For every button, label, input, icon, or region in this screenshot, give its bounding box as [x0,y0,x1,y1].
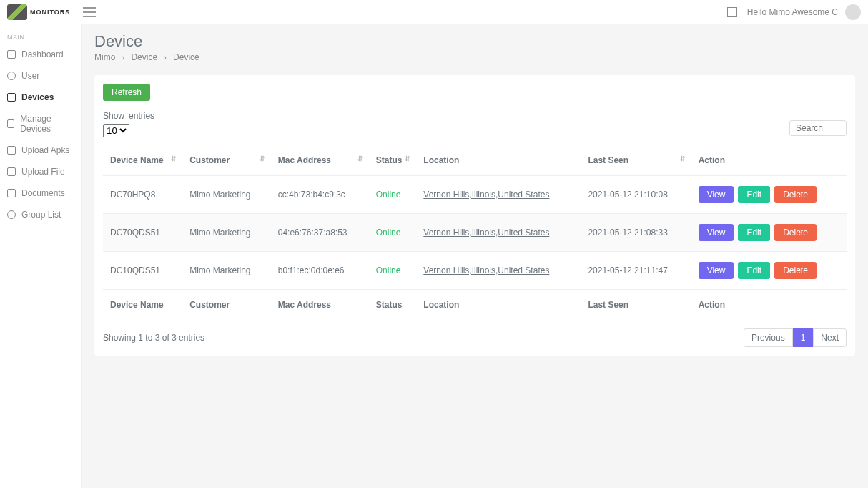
col-customer[interactable]: Customer [182,145,271,176]
file-icon [7,167,16,176]
table-row: DC70HPQ8Mimo Marketingcc:4b:73:b4:c9:3cO… [103,176,847,214]
cell-mac: b0:f1:ec:0d:0e:e6 [271,252,369,290]
col-device-name[interactable]: Device Name [103,145,182,176]
cell-customer: Mimo Marketing [182,176,271,214]
logo: MONITORS [7,4,70,20]
phone-icon [7,93,16,102]
sidebar-item-upload-apks[interactable]: Upload Apks [0,140,81,161]
table-row: DC70QDS51Mimo Marketing04:e6:76:37:a8:53… [103,214,847,252]
status-badge: Online [376,265,401,275]
cell-device-name: DC10QDS51 [103,252,182,290]
avatar[interactable] [845,4,861,20]
menu-toggle-icon[interactable] [83,7,96,17]
cell-mac: 04:e6:76:37:a8:53 [271,214,369,252]
users-icon [7,210,16,219]
cell-customer: Mimo Marketing [182,252,271,290]
location-link[interactable]: Vernon Hills,Illinois,United States [423,265,549,275]
cell-last-seen: 2021-05-12 21:10:08 [581,176,691,214]
table-row: DC10QDS51Mimo Marketingb0:f1:ec:0d:0e:e6… [103,252,847,290]
location-link[interactable]: Vernon Hills,Illinois,United States [423,228,549,238]
sidebar-section-header: MAIN [0,31,81,44]
cell-device-name: DC70HPQ8 [103,176,182,214]
cell-device-name: DC70QDS51 [103,214,182,252]
sidebar: MAIN Dashboard User Devices Manage Devic… [0,24,82,488]
sidebar-item-dashboard[interactable]: Dashboard [0,44,81,65]
sidebar-item-group-list[interactable]: Group List [0,204,81,225]
footer-col-status: Status [369,290,417,321]
edit-button[interactable]: Edit [738,224,770,241]
layers-icon [7,119,14,128]
breadcrumb-link-mimo[interactable]: Mimo [94,52,115,62]
view-button[interactable]: View [699,224,734,241]
chevron-right-icon: › [164,54,166,62]
showing-text: Showing 1 to 3 of 3 entries [103,333,204,343]
col-location[interactable]: Location [416,145,581,176]
page-title: Device [94,32,855,51]
show-label: Show [103,111,124,121]
sidebar-item-label: User [21,71,39,81]
cell-last-seen: 2021-05-12 21:11:47 [581,252,691,290]
user-icon [7,72,16,80]
delete-button[interactable]: Delete [774,186,817,203]
col-mac[interactable]: Mac Address [271,145,369,176]
col-status[interactable]: Status [369,145,417,176]
cell-action: ViewEditDelete [691,252,847,290]
breadcrumb: Mimo › Device › Device [94,52,855,62]
sidebar-item-user[interactable]: User [0,65,81,87]
sidebar-item-label: Dashboard [21,49,64,59]
chevron-right-icon: › [122,54,124,62]
refresh-button[interactable]: Refresh [103,84,150,101]
cell-status: Online [369,176,417,214]
cell-action: ViewEditDelete [691,214,847,252]
sidebar-item-label: Manage Devices [20,114,74,134]
sidebar-item-label: Upload File [21,167,65,177]
grid-icon [7,50,16,59]
sidebar-item-upload-file[interactable]: Upload File [0,161,81,182]
document-icon [7,189,16,197]
file-icon [7,146,16,155]
footer-col-customer: Customer [182,290,271,321]
footer-col-last-seen: Last Seen [581,290,691,321]
cell-action: ViewEditDelete [691,176,847,214]
device-card: Refresh Show entries 10 Device Name Cust… [94,75,855,356]
cell-customer: Mimo Marketing [182,214,271,252]
cell-status: Online [369,252,417,290]
col-last-seen[interactable]: Last Seen [581,145,691,176]
breadcrumb-current: Device [173,52,199,62]
entries-label: entries [129,111,154,121]
prev-button[interactable]: Previous [744,328,793,347]
sidebar-item-label: Devices [21,92,54,102]
footer-col-location: Location [416,290,581,321]
sidebar-item-label: Upload Apks [21,145,69,155]
breadcrumb-link-device[interactable]: Device [131,52,157,62]
cell-last-seen: 2021-05-12 21:08:33 [581,214,691,252]
cell-status: Online [369,214,417,252]
status-badge: Online [376,228,401,238]
next-button[interactable]: Next [813,328,847,347]
view-button[interactable]: View [699,186,734,203]
page-button-1[interactable]: 1 [793,328,814,347]
fullscreen-icon[interactable] [727,7,737,17]
sidebar-item-label: Documents [21,188,65,198]
sidebar-item-label: Group List [21,210,61,220]
col-action: Action [691,145,847,176]
footer-col-device-name: Device Name [103,290,182,321]
cell-mac: cc:4b:73:b4:c9:3c [271,176,369,214]
page-size-select[interactable]: 10 [103,124,129,137]
sidebar-item-documents[interactable]: Documents [0,182,81,204]
delete-button[interactable]: Delete [774,224,817,241]
logo-mark-icon [7,4,27,20]
delete-button[interactable]: Delete [774,262,817,279]
footer-col-mac: Mac Address [271,290,369,321]
search-input[interactable] [789,120,847,136]
sidebar-item-manage-devices[interactable]: Manage Devices [0,108,81,140]
sidebar-item-devices[interactable]: Devices [0,87,81,108]
edit-button[interactable]: Edit [738,262,770,279]
status-badge: Online [376,190,401,200]
devices-table: Device Name Customer Mac Address Status … [103,145,847,320]
edit-button[interactable]: Edit [738,186,770,203]
greeting-text: Hello Mimo Awesome C [747,7,838,17]
view-button[interactable]: View [699,262,734,279]
cell-location: Vernon Hills,Illinois,United States [416,176,581,214]
location-link[interactable]: Vernon Hills,Illinois,United States [423,190,549,200]
